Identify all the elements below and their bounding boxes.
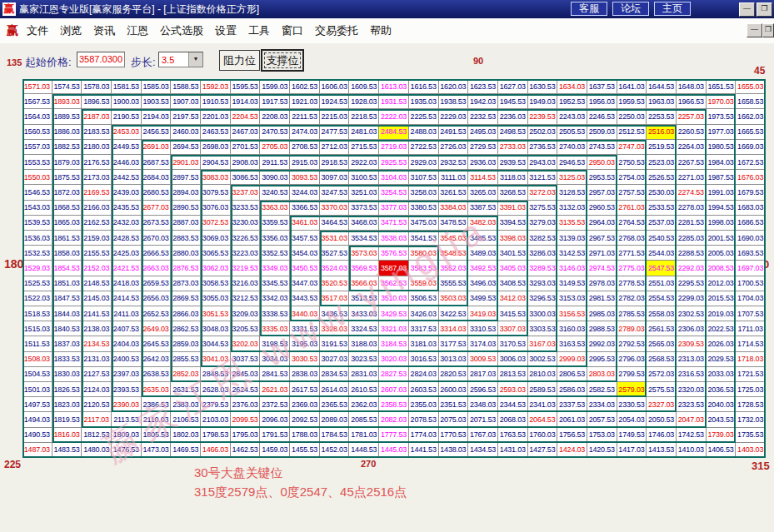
grid-cell[interactable]: 1480.03 bbox=[82, 443, 112, 458]
grid-cell[interactable]: 2572.03 bbox=[647, 367, 677, 382]
grid-cell[interactable]: 2736.53 bbox=[528, 140, 558, 155]
grid-cell[interactable]: 1973.53 bbox=[707, 109, 737, 124]
grid-cell[interactable]: 2768.03 bbox=[617, 231, 647, 246]
grid-cell[interactable]: 3345.53 bbox=[260, 276, 290, 291]
grid-cell[interactable]: 2624.53 bbox=[231, 382, 261, 397]
grid-cell[interactable]: 1742.53 bbox=[677, 428, 707, 443]
grid-cell[interactable]: 2334.03 bbox=[587, 397, 617, 412]
grid-cell[interactable]: 3366.53 bbox=[290, 201, 320, 216]
grid-cell[interactable]: 3142.53 bbox=[557, 246, 587, 261]
grid-cell[interactable]: 1763.53 bbox=[498, 428, 528, 443]
grid-cell[interactable]: 2848.53 bbox=[201, 367, 231, 382]
grid-cell[interactable]: 3377.03 bbox=[379, 201, 409, 216]
grid-cell[interactable]: 1413.53 bbox=[647, 443, 677, 458]
grid-cell[interactable]: 2656.03 bbox=[142, 291, 172, 306]
grid-cell[interactable]: 2551.03 bbox=[647, 276, 677, 291]
grid-cell[interactable]: 1945.53 bbox=[498, 94, 528, 109]
grid-cell[interactable]: 3163.53 bbox=[557, 336, 587, 351]
grid-cell[interactable]: 1683.03 bbox=[736, 201, 766, 216]
grid-cell[interactable]: 1634.03 bbox=[557, 79, 587, 94]
grid-cell[interactable]: 1963.03 bbox=[647, 94, 677, 109]
grid-cell[interactable]: 2134.53 bbox=[82, 336, 112, 351]
grid-cell[interactable]: 2253.53 bbox=[647, 109, 677, 124]
grid-cell[interactable]: 3286.03 bbox=[528, 246, 558, 261]
grid-cell[interactable]: 2257.03 bbox=[677, 109, 707, 124]
grid-cell[interactable]: 3419.03 bbox=[468, 306, 498, 321]
grid-cell[interactable]: 1676.03 bbox=[736, 170, 766, 185]
grid-cell[interactable]: 3002.53 bbox=[528, 352, 558, 367]
grid-cell[interactable]: 1830.03 bbox=[52, 367, 82, 382]
grid-cell[interactable]: 2120.53 bbox=[82, 397, 112, 412]
grid-cell[interactable]: 2379.53 bbox=[201, 397, 231, 412]
grid-cell[interactable]: 2442.53 bbox=[112, 170, 142, 185]
grid-cell[interactable]: 2029.53 bbox=[707, 352, 737, 367]
grid-cell[interactable]: 2596.53 bbox=[468, 382, 498, 397]
grid-cell[interactable]: 2117.03 bbox=[82, 412, 112, 427]
grid-cell[interactable]: 2859.03 bbox=[171, 336, 201, 351]
grid-cell[interactable]: 1893.03 bbox=[52, 94, 82, 109]
grid-cell[interactable]: 3499.53 bbox=[468, 291, 498, 306]
grid-cell[interactable]: 1994.53 bbox=[707, 201, 737, 216]
grid-cell[interactable]: 2810.03 bbox=[528, 367, 558, 382]
grid-cell[interactable]: 2089.03 bbox=[320, 412, 350, 427]
grid-cell[interactable]: 3160.03 bbox=[557, 321, 587, 336]
grid-cell[interactable]: 1875.53 bbox=[52, 170, 82, 185]
grid-cell[interactable]: 1718.03 bbox=[736, 352, 766, 367]
grid-cell[interactable]: 2554.53 bbox=[647, 291, 677, 306]
grid-cell[interactable]: 3118.03 bbox=[498, 170, 528, 185]
grid-cell[interactable]: 2652.53 bbox=[142, 306, 172, 321]
grid-cell[interactable]: 2855.53 bbox=[171, 352, 201, 367]
grid-cell[interactable]: 1823.03 bbox=[52, 397, 82, 412]
grid-cell[interactable]: 2043.53 bbox=[707, 412, 737, 427]
grid-cell[interactable]: 2393.53 bbox=[112, 382, 142, 397]
grid-cell[interactable]: 3492.53 bbox=[468, 261, 498, 276]
grid-cell[interactable]: 3020.03 bbox=[379, 352, 409, 367]
grid-cell[interactable]: 1592.03 bbox=[201, 79, 231, 94]
grid-cell[interactable]: 1515.03 bbox=[22, 321, 52, 336]
chevron-down-icon[interactable]: ▼ bbox=[188, 52, 202, 67]
grid-cell[interactable]: 1980.53 bbox=[707, 140, 737, 155]
grid-cell[interactable]: 3188.03 bbox=[349, 336, 379, 351]
grid-cell[interactable]: 1525.53 bbox=[22, 276, 52, 291]
grid-cell[interactable]: 1847.53 bbox=[52, 291, 82, 306]
grid-cell[interactable]: 3058.53 bbox=[201, 276, 231, 291]
grid-cell[interactable]: 2978.03 bbox=[587, 276, 617, 291]
grid-cell[interactable]: 2540.53 bbox=[647, 231, 677, 246]
grid-cell[interactable]: 1931.53 bbox=[379, 94, 409, 109]
menu-item-window[interactable]: 窗口 bbox=[282, 23, 303, 38]
grid-cell[interactable]: 2701.53 bbox=[231, 140, 261, 155]
grid-cell[interactable]: 2001.53 bbox=[707, 231, 737, 246]
grid-cell[interactable]: 3219.53 bbox=[231, 261, 261, 276]
grid-cell[interactable]: 2124.03 bbox=[82, 382, 112, 397]
grid-cell[interactable]: 3293.03 bbox=[528, 276, 558, 291]
grid-cell[interactable]: 2754.03 bbox=[617, 170, 647, 185]
grid-cell[interactable]: 1623.53 bbox=[468, 79, 498, 94]
grid-cell[interactable]: 3153.03 bbox=[557, 291, 587, 306]
grid-cell[interactable]: 1543.03 bbox=[22, 201, 52, 216]
grid-cell[interactable]: 1462.53 bbox=[231, 443, 261, 458]
grid-cell[interactable]: 1504.53 bbox=[22, 367, 52, 382]
grid-cell[interactable]: 2698.03 bbox=[201, 140, 231, 155]
grid-cell[interactable]: 2887.03 bbox=[171, 216, 201, 231]
grid-cell[interactable]: 2838.03 bbox=[290, 367, 320, 382]
grid-cell[interactable]: 3300.03 bbox=[528, 306, 558, 321]
grid-cell[interactable]: 1452.03 bbox=[320, 443, 350, 458]
grid-cell[interactable]: 2841.53 bbox=[260, 367, 290, 382]
grid-cell[interactable]: 2638.53 bbox=[142, 367, 172, 382]
grid-cell[interactable]: 2922.03 bbox=[349, 155, 379, 170]
grid-cell[interactable]: 3289.53 bbox=[528, 261, 558, 276]
grid-cell[interactable]: 2061.03 bbox=[557, 412, 587, 427]
grid-cell[interactable]: 2523.03 bbox=[647, 155, 677, 170]
grid-cell[interactable]: 3128.53 bbox=[557, 185, 587, 200]
grid-cell[interactable]: 3174.03 bbox=[468, 336, 498, 351]
grid-cell[interactable]: 1578.03 bbox=[82, 79, 112, 94]
grid-cell[interactable]: 2894.03 bbox=[171, 185, 201, 200]
grid-cell[interactable]: 2460.03 bbox=[171, 125, 201, 140]
grid-cell[interactable]: 3156.53 bbox=[557, 306, 587, 321]
grid-cell[interactable]: 3569.53 bbox=[349, 261, 379, 276]
grid-cell[interactable]: 1753.03 bbox=[587, 428, 617, 443]
grid-cell[interactable]: 1448.53 bbox=[349, 443, 379, 458]
grid-cell[interactable]: 3349.03 bbox=[260, 261, 290, 276]
grid-cell[interactable]: 2071.53 bbox=[468, 412, 498, 427]
grid-cell[interactable]: 1844.03 bbox=[52, 306, 82, 321]
